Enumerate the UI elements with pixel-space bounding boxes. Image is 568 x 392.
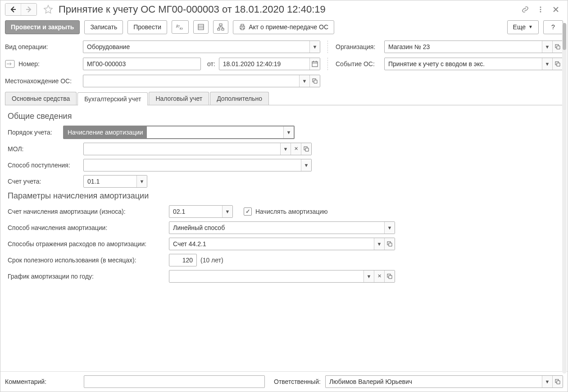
location-select[interactable]: ▼ — [83, 75, 320, 87]
do-amort-checkbox[interactable] — [244, 207, 252, 216]
do-amort-label: Начислять амортизацию — [255, 208, 328, 215]
dropdown-arrow[interactable]: ▼ — [309, 41, 320, 53]
section-general: Общие сведения Порядок учета: Начисление… — [5, 105, 563, 290]
window: Принятие к учету ОС МГ00-000003 от 18.01… — [0, 0, 568, 392]
scrollbar-thumb[interactable] — [563, 23, 566, 50]
more-label: Еще — [513, 23, 526, 31]
sched-select[interactable]: ▼ ✕ — [169, 270, 395, 283]
tab-accounting[interactable]: Бухгалтерский учет — [77, 92, 148, 105]
vertical-scrollbar[interactable] — [562, 23, 567, 374]
comment-input[interactable] — [84, 375, 265, 388]
amort-acc-value: 02.1 — [169, 206, 222, 217]
write-button[interactable]: Записать — [84, 20, 123, 34]
org-select[interactable]: Магазин № 23 ▼ — [384, 41, 563, 53]
dropdown-arrow[interactable]: ▼ — [222, 206, 232, 217]
arrow-left-icon — [9, 6, 17, 13]
help-button[interactable]: ? — [543, 20, 563, 34]
dropdown-arrow[interactable]: ▼ — [542, 58, 552, 70]
link-button[interactable] — [521, 5, 530, 14]
clear-button[interactable]: ✕ — [291, 143, 301, 155]
post-button[interactable]: Провести — [127, 20, 167, 34]
menu-button[interactable] — [536, 5, 545, 14]
responsible-select[interactable]: Любимов Валерий Юрьевич ▼ — [325, 375, 563, 388]
method-value: Линейный способ — [169, 222, 384, 234]
open-button[interactable] — [384, 270, 395, 282]
print-icon — [239, 23, 246, 31]
dropdown-arrow[interactable]: ▼ — [364, 270, 374, 282]
page-title: Принятие к учету ОС МГ00-000003 от 18.01… — [59, 4, 517, 15]
amort-acc-select[interactable]: 02.1 ▼ — [169, 205, 233, 218]
calendar-button[interactable] — [309, 58, 320, 70]
tab-tax[interactable]: Налоговый учет — [149, 92, 209, 105]
open-icon — [387, 274, 392, 279]
op-type-label: Вид операции: — [5, 43, 79, 50]
order-value: Начисление амортизации — [64, 126, 147, 138]
account-select[interactable]: 01.1 ▼ — [83, 175, 147, 188]
expense-value: Счет 44.2.1 — [169, 238, 374, 250]
footer: Комментарий: Ответственный: Любимов Вале… — [0, 371, 568, 392]
event-select[interactable]: Принятие к учету с вводом в экс. ▼ — [384, 58, 563, 70]
tab-os[interactable]: Основные средства — [5, 92, 77, 105]
open-icon — [304, 146, 309, 152]
expense-select[interactable]: Счет 44.2.1 ▼ — [169, 238, 395, 250]
back-button[interactable] — [5, 4, 21, 15]
post-and-close-button[interactable]: Провести и закрыть — [5, 20, 80, 34]
forward-button[interactable] — [21, 4, 36, 15]
receipt-select[interactable]: ▼ — [83, 159, 312, 171]
tab-additional[interactable]: Дополнительно — [210, 92, 269, 105]
comment-label: Комментарий: — [5, 378, 79, 385]
svg-text:Кт: Кт — [180, 27, 183, 30]
op-type-select[interactable]: Оборудование ▼ — [83, 41, 320, 53]
org-value: Магазин № 23 — [385, 41, 542, 53]
close-button[interactable] — [551, 5, 560, 14]
more-button[interactable]: Еще ▼ — [507, 20, 539, 34]
open-button[interactable] — [301, 143, 311, 155]
number-input[interactable]: МГ00-000003 — [83, 58, 201, 70]
act-label: Акт о приеме-передаче ОС — [249, 23, 328, 31]
title-actions — [521, 5, 560, 14]
dropdown-arrow[interactable]: ▼ — [301, 159, 311, 171]
dropdown-arrow[interactable]: ▼ — [542, 41, 552, 53]
open-button[interactable] — [384, 238, 395, 250]
open-button[interactable] — [552, 58, 563, 70]
org-label: Организация: — [336, 43, 381, 50]
method-select[interactable]: Линейный способ ▼ — [169, 221, 395, 234]
life-label: Срок полезного использования (в месяцах)… — [8, 257, 165, 264]
dropdown-arrow[interactable]: ▼ — [299, 75, 309, 87]
star-icon[interactable] — [43, 5, 53, 14]
dropdown-arrow[interactable]: ▼ — [542, 376, 552, 387]
clear-button[interactable]: ✕ — [374, 270, 384, 282]
date-input[interactable]: 18.01.2020 12:40:19 — [219, 58, 320, 70]
chevron-down-icon: ▼ — [528, 24, 533, 30]
open-icon — [555, 61, 560, 67]
life-input[interactable]: 120 — [169, 254, 197, 266]
dropdown-arrow[interactable]: ▼ — [280, 143, 291, 155]
from-label: от: — [207, 60, 215, 68]
tabs: Основные средства Бухгалтерский учет Нал… — [5, 92, 563, 105]
order-select[interactable]: Начисление амортизации ▼ — [63, 126, 295, 139]
mode-icon[interactable] — [5, 60, 15, 68]
dropdown-arrow[interactable]: ▼ — [136, 176, 147, 187]
open-button[interactable] — [552, 376, 563, 387]
sched-value — [169, 270, 364, 282]
dropdown-arrow[interactable]: ▼ — [384, 222, 395, 234]
dt-kt-button[interactable]: Дт Кт — [172, 20, 189, 34]
open-icon — [387, 241, 392, 247]
title-bar: Принятие к учету ОС МГ00-000003 от 18.01… — [0, 0, 568, 18]
number-value: МГ00-000003 — [83, 58, 200, 70]
svg-rect-13 — [241, 28, 244, 30]
open-button[interactable] — [552, 41, 563, 53]
dropdown-arrow[interactable]: ▼ — [283, 126, 294, 138]
op-type-value: Оборудование — [83, 41, 309, 53]
row-number-event: Номер: МГ00-000003 от: 18.01.2020 12:40:… — [5, 58, 563, 70]
structure-button[interactable] — [213, 20, 228, 34]
registers-button[interactable] — [193, 20, 209, 34]
event-label: Событие ОС: — [336, 60, 381, 68]
dropdown-arrow[interactable]: ▼ — [374, 238, 384, 250]
receipt-value — [84, 159, 301, 171]
mol-select[interactable]: ▼ ✕ — [83, 143, 312, 155]
svg-rect-10 — [222, 28, 224, 30]
link-icon — [522, 6, 529, 13]
act-button[interactable]: Акт о приеме-передаче ОС — [233, 20, 334, 34]
open-button[interactable] — [309, 75, 320, 87]
